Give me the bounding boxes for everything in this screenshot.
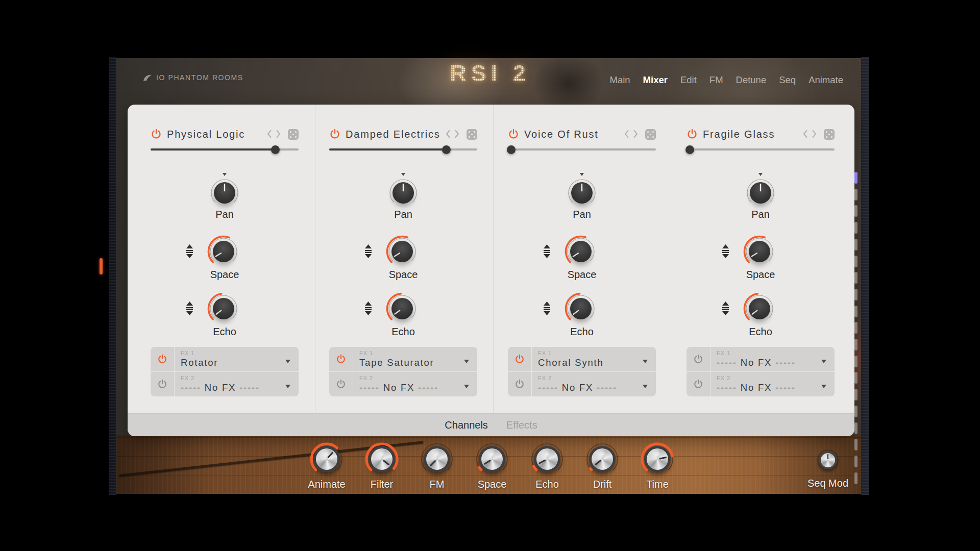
fx1-power-button[interactable]: [336, 354, 346, 364]
fx2-dropdown[interactable]: FX 2 ----- No FX -----: [175, 375, 299, 393]
fx2-power-button[interactable]: [693, 379, 703, 389]
tab-channels[interactable]: Channels: [445, 419, 488, 431]
fx2-power-button[interactable]: [514, 379, 525, 389]
channel-volume-slider[interactable]: [329, 145, 477, 154]
slider-thumb[interactable]: [685, 145, 694, 154]
macro-knob-animate[interactable]: [308, 441, 345, 478]
space-send-stepper[interactable]: [722, 244, 729, 258]
space-send-stepper[interactable]: [364, 244, 372, 258]
nav-seq[interactable]: Seq: [779, 74, 796, 86]
fx2-slot[interactable]: FX 2 ----- No FX -----: [508, 372, 656, 396]
fx2-dropdown[interactable]: FX 2 ----- No FX -----: [710, 375, 835, 393]
nav-main[interactable]: Main: [610, 74, 630, 86]
fx1-power-button[interactable]: [693, 354, 703, 364]
pan-knob[interactable]: [383, 172, 424, 213]
slider-thumb[interactable]: [271, 145, 280, 154]
fx2-slot[interactable]: FX 2 ----- No FX -----: [687, 372, 835, 396]
slider-thumb[interactable]: [442, 145, 451, 154]
fx1-dropdown[interactable]: FX 1 Choral Synth: [532, 350, 656, 368]
scroll-segment-strip[interactable]: [854, 168, 859, 495]
fx1-dropdown[interactable]: FX 1 Rotator: [175, 350, 299, 368]
echo-label: Echo: [687, 326, 835, 338]
fx1-slot[interactable]: FX 1 Tape Saturator: [329, 347, 477, 371]
echo-knob[interactable]: [738, 287, 781, 330]
next-source-button[interactable]: [275, 130, 282, 139]
seq-mod-knob[interactable]: [814, 446, 842, 474]
channel-strip-3: Voice Of Rust Pan Space Echo: [508, 125, 656, 403]
randomize-dice-button[interactable]: [645, 129, 656, 140]
echo-knob[interactable]: [202, 287, 245, 330]
space-knob[interactable]: [559, 230, 602, 273]
randomize-dice-button[interactable]: [824, 129, 835, 140]
nav-detune[interactable]: Detune: [736, 74, 767, 86]
fx2-power-button[interactable]: [157, 379, 167, 389]
prev-source-button[interactable]: [623, 130, 630, 139]
fx2-slot[interactable]: FX 2 ----- No FX -----: [151, 372, 299, 396]
pan-label: Pan: [508, 209, 656, 220]
brand-name: IO PHANTOM ROOMS: [156, 73, 243, 82]
nav-edit[interactable]: Edit: [680, 74, 697, 86]
channel-power-button[interactable]: [687, 129, 698, 140]
channel-power-button[interactable]: [329, 129, 340, 140]
fx1-power-button[interactable]: [157, 354, 167, 364]
next-source-button[interactable]: [632, 130, 639, 139]
pan-knob[interactable]: [561, 172, 602, 213]
macro-knob-echo[interactable]: [529, 441, 566, 478]
left-scroll-handle[interactable]: [100, 258, 103, 274]
tab-effects[interactable]: Effects: [506, 419, 537, 431]
fx2-dropdown[interactable]: FX 2 ----- No FX -----: [353, 375, 477, 393]
echo-send-stepper[interactable]: [364, 302, 372, 315]
space-knob[interactable]: [202, 230, 245, 273]
macro-knob-filter[interactable]: [363, 441, 400, 478]
fx1-dropdown[interactable]: FX 1 Tape Saturator: [353, 350, 477, 368]
space-knob[interactable]: [381, 230, 424, 273]
space-knob[interactable]: [738, 230, 781, 273]
nav-mixer[interactable]: Mixer: [643, 74, 668, 86]
fx1-value: Tape Saturator: [359, 357, 477, 368]
channel-volume-slider[interactable]: [151, 145, 299, 154]
prev-source-button[interactable]: [444, 130, 451, 139]
space-send-stepper[interactable]: [543, 244, 551, 258]
prev-source-button[interactable]: [801, 130, 808, 139]
fx1-slot[interactable]: FX 1 Choral Synth: [508, 347, 656, 371]
macro-knob-fm[interactable]: [419, 441, 455, 478]
channel-volume-slider[interactable]: [508, 145, 656, 154]
slider-track[interactable]: [687, 148, 835, 151]
macro-knob-space[interactable]: [474, 441, 510, 478]
fx2-dropdown[interactable]: FX 2 ----- No FX -----: [532, 375, 656, 393]
echo-send-stepper[interactable]: [543, 302, 551, 315]
fx2-power-button[interactable]: [336, 379, 346, 389]
slider-thumb[interactable]: [507, 145, 516, 154]
echo-label: Echo: [508, 326, 656, 338]
macro-knob-time[interactable]: [639, 441, 676, 478]
prev-source-button[interactable]: [265, 130, 273, 139]
channel-header: Voice Of Rust: [508, 128, 656, 141]
channel-power-button[interactable]: [508, 129, 519, 140]
dropdown-caret-icon: [464, 385, 469, 388]
pan-knob[interactable]: [204, 172, 245, 213]
nav-animate[interactable]: Animate: [808, 74, 843, 86]
fx1-power-button[interactable]: [514, 354, 525, 364]
channel-volume-slider[interactable]: [687, 145, 835, 154]
echo-knob[interactable]: [559, 287, 602, 330]
power-icon: [693, 354, 703, 364]
fx1-slot[interactable]: FX 1 Rotator: [151, 347, 299, 371]
randomize-dice-button[interactable]: [467, 129, 477, 140]
fx1-dropdown[interactable]: FX 1 ----- No FX -----: [710, 350, 835, 368]
fx2-slot[interactable]: FX 2 ----- No FX -----: [329, 372, 477, 396]
space-send-stepper[interactable]: [186, 244, 193, 258]
macro-knob-drift[interactable]: [584, 441, 621, 478]
next-source-button[interactable]: [453, 130, 460, 139]
fx2-tag: FX 2: [538, 375, 656, 381]
echo-send-stepper[interactable]: [186, 302, 193, 315]
echo-send-stepper[interactable]: [722, 302, 729, 315]
randomize-dice-button[interactable]: [288, 129, 299, 140]
echo-knob[interactable]: [381, 287, 424, 330]
next-source-button[interactable]: [811, 130, 818, 139]
slider-track[interactable]: [508, 148, 656, 151]
fx1-slot[interactable]: FX 1 ----- No FX -----: [687, 347, 835, 371]
nav-fm[interactable]: FM: [709, 74, 723, 86]
slider-track[interactable]: [329, 148, 477, 151]
channel-power-button[interactable]: [151, 129, 162, 140]
pan-knob[interactable]: [740, 172, 781, 213]
